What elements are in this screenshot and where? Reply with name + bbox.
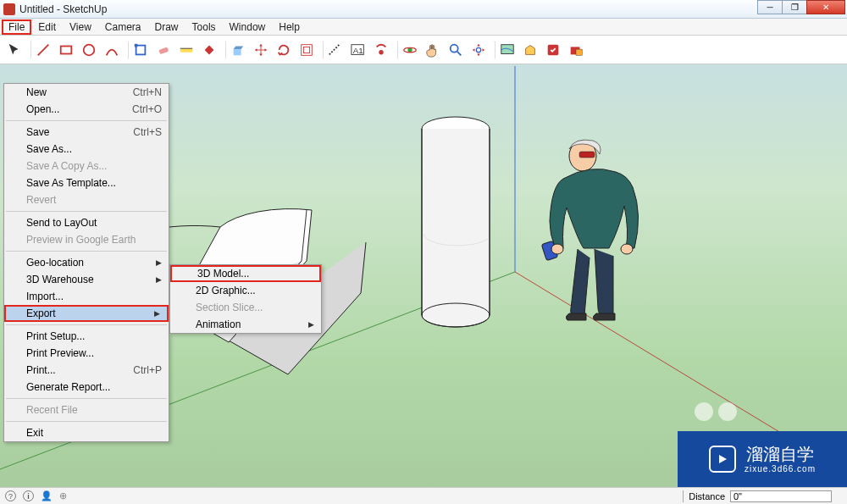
maximize-button[interactable]: ❐ [782, 0, 807, 14]
add-model-icon[interactable] [565, 39, 587, 61]
svg-rect-24 [576, 49, 582, 55]
svg-rect-1 [61, 46, 72, 53]
user-icon[interactable]: 👤 [41, 490, 53, 501]
menubar: File Edit View Camera Draw Tools Window … [0, 19, 847, 36]
zoom-tool-icon[interactable] [445, 39, 467, 61]
svg-rect-6 [180, 48, 192, 53]
rect-tool-icon[interactable] [55, 39, 77, 61]
decorative-bubbles [695, 402, 737, 421]
window-title: Untitled - SketchUp [19, 3, 107, 15]
arc-tool-icon[interactable] [101, 39, 123, 61]
select-tool-icon[interactable] [3, 39, 25, 61]
file-menu-dropdown: NewCtrl+N Open...Ctrl+O SaveCtrl+S Save … [3, 83, 169, 442]
distance-label: Distance [689, 491, 725, 501]
tape2-tool-icon[interactable] [324, 39, 346, 61]
svg-point-2 [84, 44, 95, 55]
svg-rect-8 [234, 49, 241, 55]
toolbar-separator [221, 41, 226, 59]
menu-geo-location[interactable]: Geo-location▶ [4, 254, 169, 271]
svg-point-15 [379, 50, 383, 54]
svg-line-0 [38, 44, 49, 55]
menu-revert: Revert [4, 191, 169, 208]
menu-print-setup[interactable]: Print Setup... [4, 328, 169, 345]
menu-new[interactable]: NewCtrl+N [4, 84, 169, 101]
toolbar-separator [26, 41, 31, 59]
play-icon [709, 446, 736, 473]
pushpull-tool-icon[interactable] [227, 39, 249, 61]
menu-open[interactable]: Open...Ctrl+O [4, 101, 169, 118]
close-button[interactable]: ✕ [806, 0, 845, 14]
svg-line-19 [457, 51, 462, 55]
move-tool-icon[interactable] [250, 39, 272, 61]
distance-input[interactable] [730, 490, 832, 502]
svg-rect-31 [579, 152, 595, 158]
menu-tools[interactable]: Tools [185, 19, 223, 35]
menu-camera[interactable]: Camera [98, 19, 148, 35]
menu-generate-report[interactable]: Generate Report... [4, 379, 169, 396]
svg-point-16 [407, 47, 412, 52]
menu-save-template[interactable]: Save As Template... [4, 174, 169, 191]
rotate-tool-icon[interactable] [273, 39, 295, 61]
line-tool-icon[interactable] [32, 39, 54, 61]
menu-print-preview[interactable]: Print Preview... [4, 345, 169, 362]
warehouse-tool-icon[interactable] [519, 39, 541, 61]
svg-point-33 [551, 244, 563, 254]
menu-3d-warehouse[interactable]: 3D Warehouse▶ [4, 271, 169, 288]
export-animation[interactable]: Animation▶ [170, 316, 321, 333]
menu-print[interactable]: Print...Ctrl+P [4, 362, 169, 379]
export-2d-graphic[interactable]: 2D Graphic... [170, 282, 321, 299]
text-tool-icon[interactable]: A1 [347, 39, 369, 61]
svg-rect-4 [135, 43, 138, 47]
svg-point-20 [476, 47, 480, 52]
menu-preview-earth: Preview in Google Earth [4, 231, 169, 248]
menu-help[interactable]: Help [272, 19, 307, 35]
toolbar-separator [490, 41, 495, 59]
menu-save[interactable]: SaveCtrl+S [4, 124, 169, 141]
svg-rect-5 [158, 47, 169, 54]
circle-tool-icon[interactable] [78, 39, 100, 61]
zoomext-tool-icon[interactable] [468, 39, 490, 61]
paint-tool-icon[interactable] [370, 39, 392, 61]
viewport[interactable]: NewCtrl+N Open...Ctrl+O SaveCtrl+S Save … [0, 64, 847, 487]
tape-tool-icon[interactable] [175, 39, 197, 61]
watermark-sub: zixue.3d66.com [745, 465, 816, 474]
menu-exit[interactable]: Exit [4, 424, 169, 441]
extensions-tool-icon[interactable] [542, 39, 564, 61]
svg-text:A1: A1 [353, 45, 364, 54]
menu-file[interactable]: File [2, 19, 31, 35]
menu-draw[interactable]: Draw [148, 19, 185, 35]
get-location-icon[interactable] [496, 39, 518, 61]
window-controls: ─ ❐ ✕ [758, 0, 845, 14]
menu-save-copy-as: Save A Copy As... [4, 158, 169, 174]
menu-view[interactable]: View [63, 19, 98, 35]
menu-send-layout[interactable]: Send to LayOut [4, 214, 169, 231]
menu-save-as[interactable]: Save As... [4, 141, 169, 158]
offset-tool-icon[interactable] [296, 39, 318, 61]
export-section-slice: Section Slice... [170, 299, 321, 316]
svg-point-18 [451, 44, 458, 52]
geo-icon[interactable]: ⊕ [59, 490, 67, 501]
orbit-tool-icon[interactable] [399, 39, 421, 61]
toolbar-separator [393, 41, 398, 59]
pan-tool-icon[interactable] [422, 39, 444, 61]
titlebar: Untitled - SketchUp ─ ❐ ✕ [0, 0, 847, 19]
menu-window[interactable]: Window [223, 19, 273, 35]
menu-edit[interactable]: Edit [31, 19, 63, 35]
toolbar: A1 [0, 36, 847, 64]
help-icon[interactable]: ? [5, 490, 16, 501]
toolbar-separator [124, 41, 129, 59]
makegroup-tool-icon[interactable] [130, 39, 152, 61]
bucket-tool-icon[interactable] [198, 39, 220, 61]
info-icon[interactable]: i [23, 490, 34, 501]
menu-recent-file: Recent File [4, 402, 169, 418]
watermark-banner: 溜溜自学 zixue.3d66.com [678, 431, 847, 487]
eraser-tool-icon[interactable] [152, 39, 174, 61]
menu-export[interactable]: Export▶ [4, 305, 169, 322]
menu-import[interactable]: Import... [4, 288, 169, 305]
export-3d-model[interactable]: 3D Model... [170, 265, 321, 282]
minimize-button[interactable]: ─ [757, 0, 783, 14]
watermark-text: 溜溜自学 [746, 446, 814, 462]
svg-rect-12 [303, 47, 309, 53]
svg-point-34 [621, 244, 633, 254]
svg-rect-11 [302, 44, 313, 55]
